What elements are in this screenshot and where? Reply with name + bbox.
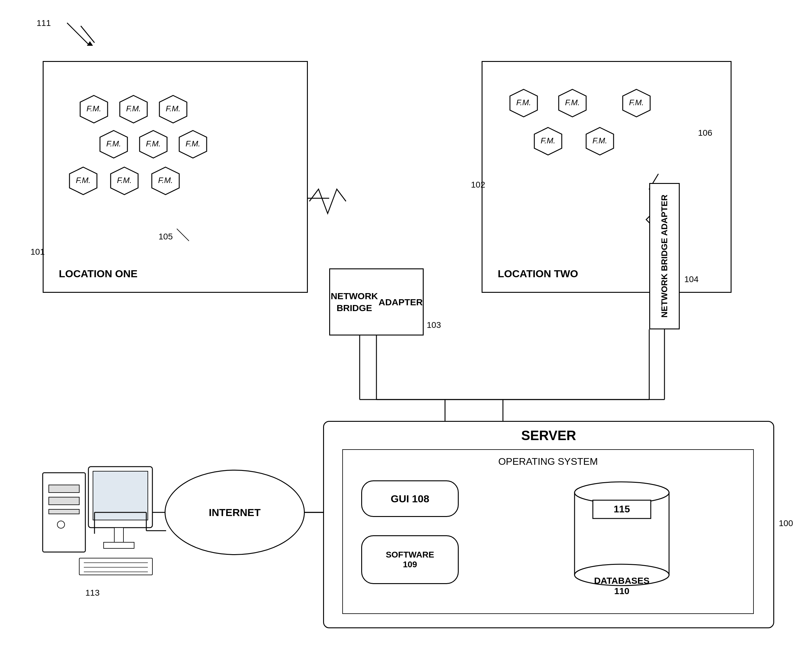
svg-rect-52 xyxy=(49,509,79,514)
svg-rect-58 xyxy=(79,558,152,575)
svg-rect-55 xyxy=(93,471,148,520)
svg-rect-51 xyxy=(49,497,79,505)
svg-text:F.M.: F.M. xyxy=(166,104,181,113)
ref-103: 103 xyxy=(427,320,441,330)
ref-111-arrow xyxy=(43,17,104,53)
network-bridge-adapter-horizontal: NETWORK BRIDGE ADAPTER xyxy=(329,268,424,335)
os-box: OPERATING SYSTEM GUI 108 SOFTWARE 109 xyxy=(342,449,754,614)
computer-svg xyxy=(36,457,158,610)
svg-text:F.M.: F.M. xyxy=(117,176,132,185)
svg-text:F.M.: F.M. xyxy=(565,98,580,107)
svg-text:F.M.: F.M. xyxy=(629,98,644,107)
computer-group: 113 xyxy=(36,457,158,610)
network-bridge-adapter-vertical: NETWORK BRIDGE ADAPTER xyxy=(649,183,680,329)
software-label: SOFTWARE xyxy=(386,550,434,560)
location-one-label: LOCATION ONE xyxy=(59,268,138,280)
svg-text:F.M.: F.M. xyxy=(158,176,173,185)
ref-106: 106 xyxy=(698,128,712,138)
svg-rect-56 xyxy=(114,528,123,543)
lightning-bolt-1 xyxy=(306,183,367,220)
gui-pill: GUI 108 xyxy=(361,480,459,517)
databases-label: DATABASES 110 xyxy=(594,576,649,596)
server-label: SERVER xyxy=(521,428,576,443)
location-one-hexagons: F.M. F.M. F.M. F.M. F.M. F.M. xyxy=(53,71,297,284)
server-box: SERVER OPERATING SYSTEM GUI 108 SOFTWARE… xyxy=(323,421,774,628)
software-ref: 109 xyxy=(403,560,417,570)
ref-101: 101 xyxy=(30,247,45,257)
svg-text:F.M.: F.M. xyxy=(87,104,101,113)
diagram-container: 111 F.M. F.M. F.M. F.M. xyxy=(0,0,812,660)
ref-105: 105 xyxy=(158,232,173,241)
ref-104: 104 xyxy=(684,274,699,284)
svg-text:F.M.: F.M. xyxy=(146,139,161,148)
database-group: 115 DATABASES 110 xyxy=(568,474,675,596)
svg-rect-50 xyxy=(49,485,79,493)
svg-line-8 xyxy=(67,23,89,44)
svg-line-28 xyxy=(177,229,189,241)
location-two-label: LOCATION TWO xyxy=(498,268,578,280)
svg-text:F.M.: F.M. xyxy=(516,98,531,107)
ref-113: 113 xyxy=(85,588,100,598)
location-two-box: F.M. F.M. F.M. F.M. F.M. LOCATION TWO xyxy=(481,61,731,293)
svg-text:F.M.: F.M. xyxy=(106,139,121,148)
svg-text:F.M.: F.M. xyxy=(592,136,608,145)
location-two-hexagons: F.M. F.M. F.M. F.M. F.M. xyxy=(492,71,723,242)
location-one-box: F.M. F.M. F.M. F.M. F.M. F.M. xyxy=(43,61,308,293)
ref-105-arrow xyxy=(174,226,198,244)
svg-text:115: 115 xyxy=(614,503,630,514)
svg-text:F.M.: F.M. xyxy=(186,139,201,148)
internet-label: INTERNET xyxy=(209,506,261,519)
svg-point-53 xyxy=(57,521,65,528)
os-label: OPERATING SYSTEM xyxy=(499,456,598,467)
svg-rect-57 xyxy=(104,542,134,548)
svg-text:F.M.: F.M. xyxy=(126,104,141,113)
network-bridge-adapter-vertical-text: NETWORK BRIDGE ADAPTER xyxy=(659,195,670,317)
internet-ellipse: INTERNET xyxy=(165,470,305,555)
ref-102: 102 xyxy=(471,180,485,190)
svg-text:F.M.: F.M. xyxy=(541,136,556,145)
ref-100: 100 xyxy=(779,519,793,528)
svg-text:F.M.: F.M. xyxy=(76,176,91,185)
software-pill: SOFTWARE 109 xyxy=(361,535,459,584)
